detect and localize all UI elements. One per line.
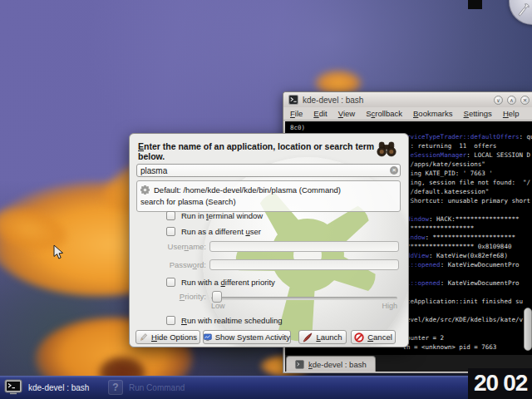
result-item-search[interactable]: search for plasma (Search) <box>140 195 397 207</box>
priority-slider[interactable] <box>211 297 397 300</box>
dialog-prompt-text: Enter the name of an application, locati… <box>138 141 379 161</box>
minimize-button[interactable]: ∨ <box>494 96 503 105</box>
clock-hours: 20 <box>474 369 498 397</box>
checkbox-label: Run with realtime scheduling <box>181 316 282 325</box>
cancel-icon <box>354 332 364 342</box>
terminal-icon <box>4 378 22 397</box>
menu-view[interactable]: View <box>338 109 355 118</box>
run-command-dialog: Enter the name of an application, locati… <box>129 133 409 347</box>
question-icon: ? <box>108 380 123 395</box>
window-title: kde-devel : bash <box>303 96 363 105</box>
username-label: Username: <box>130 242 206 251</box>
checkbox-box <box>166 316 175 325</box>
checkbox-label: Run in terminal window <box>181 211 263 220</box>
button-label: Cancel <box>367 332 392 342</box>
username-field[interactable] <box>209 241 399 252</box>
menu-help[interactable]: Help <box>503 109 520 118</box>
result-text: Default: /home/kde-devel/kde/bin/plasma … <box>154 185 341 195</box>
task-label: Run Command <box>129 383 185 392</box>
checkbox-box <box>166 227 175 236</box>
binoculars-icon <box>374 140 399 158</box>
gear-icon <box>140 185 150 195</box>
maximize-button[interactable]: ∧ <box>507 96 516 105</box>
tab-kde-devel-bash[interactable]: kde-devel : bash <box>286 356 376 372</box>
button-label: Launch <box>316 332 342 342</box>
desktop: kde-devel : bash ∨ ∧ ✕ File Edit View Sc… <box>0 0 532 399</box>
tab-label: kde-devel : bash <box>308 360 367 369</box>
checkbox-different-priority[interactable]: Run with a different priority <box>166 278 275 287</box>
show-system-activity-button[interactable]: Show System Activity <box>203 330 291 344</box>
system-monitor-icon <box>204 332 212 342</box>
menu-file[interactable]: File <box>290 109 303 118</box>
menu-edit[interactable]: Edit <box>313 109 327 118</box>
checkbox-box <box>166 278 175 287</box>
result-list: Default: /home/kde-devel/kde/bin/plasma … <box>136 180 401 212</box>
button-label: Show System Activity <box>215 332 290 342</box>
mouse-cursor <box>53 244 64 260</box>
result-item-command[interactable]: Default: /home/kde-devel/kde/bin/plasma … <box>140 184 397 195</box>
close-button[interactable]: ✕ <box>520 96 530 105</box>
desktop-black-fragment <box>468 0 482 9</box>
password-field[interactable] <box>209 259 399 270</box>
command-input[interactable] <box>136 164 401 177</box>
digital-clock[interactable]: 20 02 <box>474 369 527 397</box>
priority-slider-handle[interactable] <box>212 291 222 303</box>
cancel-button[interactable]: Cancel <box>351 330 396 344</box>
checkbox-run-in-terminal[interactable]: Run in terminal window <box>166 211 263 220</box>
caption-buttons: ∨ ∧ ✕ <box>494 96 530 105</box>
terminal-scrollbar[interactable] <box>524 308 532 351</box>
checkbox-run-as-user[interactable]: Run as a different user <box>166 227 261 236</box>
terminal-window-icon <box>288 95 298 105</box>
wrench-icon <box>516 3 530 18</box>
menu-bookmarks[interactable]: Bookmarks <box>413 109 453 118</box>
taskbar-item-run-command[interactable]: ? Run Command <box>108 376 185 399</box>
menu-scrollback[interactable]: Scrollback <box>366 109 402 118</box>
hide-options-button[interactable]: Hide Options <box>135 330 200 344</box>
terminal-tab-icon <box>295 360 304 369</box>
checkbox-label: Run as a different user <box>181 227 261 236</box>
taskbar-panel: kde-devel : bash ? Run Command <box>0 376 532 399</box>
terminal-line: 8c0) <box>290 123 532 132</box>
menu-settings[interactable]: Settings <box>464 109 492 118</box>
priority-low-label: Low <box>211 302 225 310</box>
taskbar-item-konsole[interactable]: kde-devel : bash <box>4 376 89 399</box>
button-label: Hide Options <box>151 332 197 342</box>
quill-launch-icon <box>303 332 313 342</box>
task-label: kde-devel : bash <box>28 383 89 392</box>
pencil-icon <box>139 332 148 342</box>
result-text: search for plasma (Search) <box>140 197 236 206</box>
checkbox-box <box>166 211 175 220</box>
clock-minutes: 02 <box>503 369 527 397</box>
checkbox-label: Run with a different priority <box>181 278 275 287</box>
konsole-menubar: File Edit View Scrollback Bookmarks Sett… <box>283 107 532 121</box>
checkbox-realtime[interactable]: Run with realtime scheduling <box>166 316 282 325</box>
konsole-titlebar[interactable]: kde-devel : bash ∨ ∧ ✕ <box>283 92 532 107</box>
priority-high-label: High <box>382 302 397 310</box>
priority-label: Priority: <box>130 292 206 301</box>
launch-button[interactable]: Launch <box>298 330 347 344</box>
password-label: Password: <box>130 260 206 269</box>
clear-input-icon[interactable]: × <box>390 166 398 175</box>
